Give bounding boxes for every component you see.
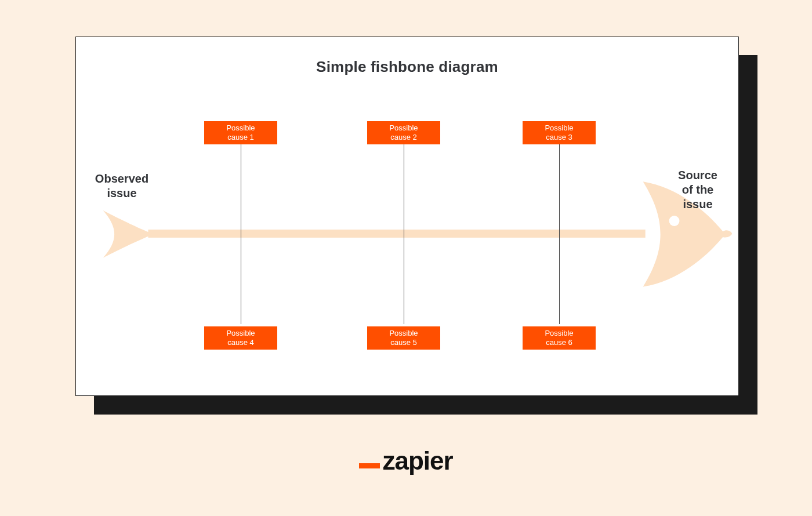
cause-box: Possible cause 5 <box>367 326 440 350</box>
svg-rect-0 <box>148 230 645 238</box>
cause-box: Possible cause 4 <box>204 326 277 350</box>
diagram-stage: Simple fishbone diagram Observed issue S… <box>0 0 812 516</box>
fishbone-branch-line <box>559 144 560 324</box>
source-of-issue-label: Source of the issue <box>663 168 733 212</box>
svg-point-1 <box>669 216 680 226</box>
diagram-card: Simple fishbone diagram Observed issue S… <box>75 37 739 396</box>
cause-box: Possible cause 6 <box>523 326 596 350</box>
fishbone-branch-line <box>241 144 241 324</box>
cause-box: Possible cause 3 <box>523 121 596 144</box>
observed-issue-label: Observed issue <box>84 172 160 201</box>
cause-box: Possible cause 2 <box>367 121 440 144</box>
brand-logo: zapier <box>0 446 812 475</box>
brand-wordmark: zapier <box>382 446 452 475</box>
fishbone-branch-line <box>404 144 404 324</box>
logo-underscore-icon <box>359 463 380 468</box>
cause-box: Possible cause 1 <box>204 121 277 144</box>
